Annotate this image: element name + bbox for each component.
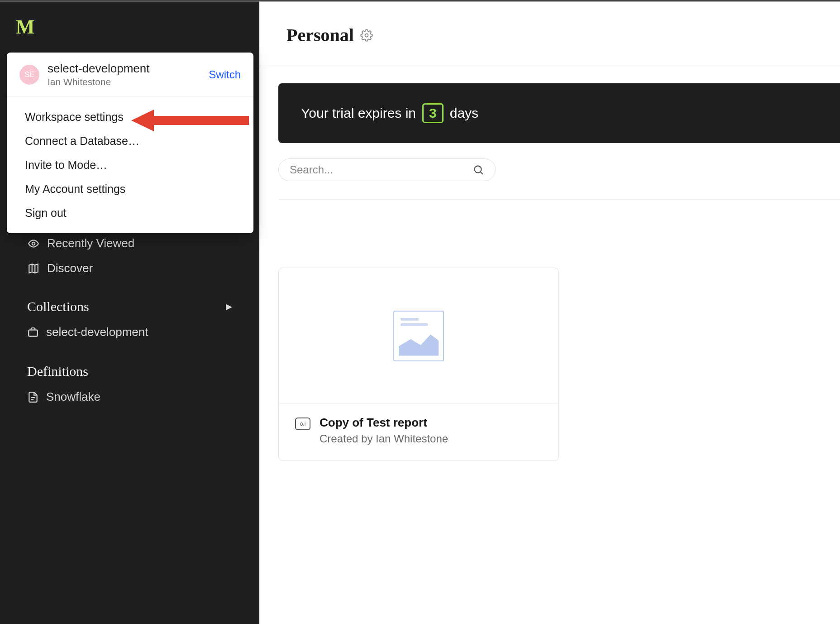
menu-sign-out[interactable]: Sign out (7, 201, 253, 225)
svg-point-6 (365, 34, 368, 37)
report-placeholder-icon (393, 311, 444, 361)
collections-header-label: Collections (27, 299, 89, 314)
collection-item-label: select-development (46, 325, 148, 339)
chevron-right-icon: ▶ (226, 302, 232, 312)
briefcase-icon (27, 326, 39, 338)
report-subtitle: Created by Ian Whitestone (320, 432, 448, 445)
workspace-avatar: SE (19, 65, 39, 85)
page-title: Personal (286, 24, 354, 46)
report-meta: o.i Copy of Test report Created by Ian W… (279, 404, 558, 461)
sidebar: M SE select-development Ian Whitestone S… (0, 1, 259, 624)
map-icon (27, 262, 40, 275)
trial-suffix: days (450, 106, 478, 121)
definition-item[interactable]: Snowflake (0, 384, 259, 410)
eye-icon (27, 237, 40, 250)
search-box[interactable] (278, 158, 496, 181)
page-header: Personal (259, 2, 840, 66)
workspace-dropdown: SE select-development Ian Whitestone Swi… (7, 53, 253, 233)
svg-point-7 (474, 166, 481, 173)
app-logo[interactable]: M (0, 2, 259, 38)
collection-item[interactable]: select-development (0, 319, 259, 346)
sidebar-item-discover[interactable]: Discover (27, 256, 232, 281)
report-preview (279, 268, 558, 404)
svg-rect-3 (29, 330, 38, 336)
switch-workspace-link[interactable]: Switch (209, 68, 241, 81)
trial-days-badge: 3 (422, 103, 444, 123)
sidebar-item-label: Discover (47, 261, 93, 275)
menu-account-settings[interactable]: My Account settings (7, 177, 253, 201)
search-input[interactable] (290, 163, 472, 176)
workspace-name: select-development (48, 62, 200, 76)
report-card[interactable]: o.i Copy of Test report Created by Ian W… (278, 268, 559, 461)
sql-icon: o.i (295, 418, 310, 430)
file-icon (27, 391, 39, 403)
definition-item-label: Snowflake (46, 390, 100, 404)
menu-workspace-settings[interactable]: Workspace settings (7, 105, 253, 129)
main-content: Personal Your trial expires in 3 days (259, 1, 840, 624)
definitions-header-label: Definitions (27, 364, 88, 379)
workspace-dropdown-header: SE select-development Ian Whitestone Swi… (7, 53, 253, 97)
svg-point-2 (32, 242, 35, 245)
trial-prefix: Your trial expires in (301, 106, 416, 121)
workspace-user: Ian Whitestone (48, 77, 200, 87)
sidebar-item-label: Recently Viewed (47, 236, 134, 250)
definitions-header[interactable]: Definitions (0, 346, 259, 384)
report-title: Copy of Test report (320, 416, 448, 430)
trial-banner: Your trial expires in 3 days (278, 83, 840, 143)
menu-invite[interactable]: Invite to Mode… (7, 153, 253, 177)
menu-connect-database[interactable]: Connect a Database… (7, 129, 253, 153)
gear-icon[interactable] (360, 29, 373, 42)
svg-line-8 (481, 172, 483, 174)
search-icon[interactable] (472, 164, 484, 176)
collections-header[interactable]: Collections ▶ (0, 281, 259, 319)
sidebar-item-recently-viewed[interactable]: Recently Viewed (27, 231, 232, 256)
